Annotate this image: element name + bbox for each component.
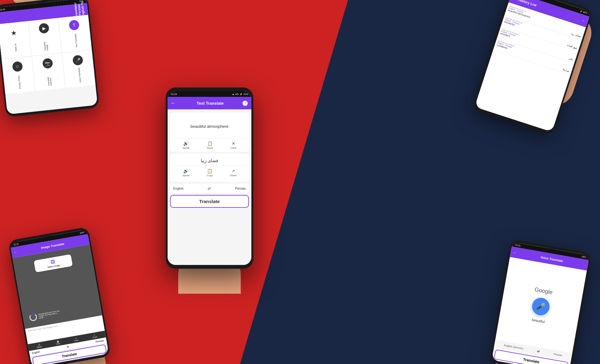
img-share-icon: ↗ — [93, 334, 95, 336]
center-phone: 10:29 ▲ HD ⚡ 70% ← Text Translate 🕐 beau… — [166, 87, 253, 269]
target-lang[interactable]: Persian — [235, 187, 246, 190]
speak-output-icon: 🔊 — [183, 168, 189, 173]
center-phone-wrapper: 10:29 ▲ HD ⚡ 70% ← Text Translate 🕐 beau… — [166, 87, 253, 269]
center-time: 10:29 — [171, 93, 177, 96]
img-clear-icon: ✕ — [75, 337, 77, 339]
center-app-title: Text Translate — [178, 101, 242, 106]
voice-content: Google 🎤 beautiful — [495, 257, 587, 353]
translate-input-area: beautiful atmosphere 🔊 Speak 📋 Paste ✕ — [170, 112, 249, 152]
img-speak-icon: 🔊 — [38, 343, 40, 346]
img-select-label: Select Image — [47, 264, 60, 268]
img-share-label: Share — [92, 336, 98, 339]
clear-label: Clear — [230, 147, 236, 149]
loading-spinner — [29, 313, 38, 322]
share-label: Share — [230, 174, 236, 177]
img-select-area[interactable]: 🖼 Select Image — [34, 254, 73, 272]
history-back-icon[interactable]: ← — [513, 0, 517, 1]
paste-btn[interactable]: 📋 Paste — [207, 141, 213, 149]
center-phone-screen: 10:29 ▲ HD ⚡ 70% ← Text Translate 🕐 beau… — [168, 91, 251, 265]
voice-battery: 69% — [582, 255, 586, 258]
share-icon: ↗ — [231, 168, 235, 173]
mic-icon: 🎤 — [536, 301, 546, 312]
img-lang-arrow[interactable]: ⇄ — [67, 345, 69, 348]
copy-icon: 📋 — [207, 168, 212, 173]
paste-icon: 📋 — [207, 141, 213, 146]
lang-swap-icon[interactable]: ⇄ — [208, 186, 211, 191]
history-icon[interactable]: 🕐 — [242, 100, 248, 106]
img-clear-btn[interactable]: ✕ Clear — [73, 337, 79, 342]
center-phone-notch — [200, 87, 219, 91]
img-share-btn[interactable]: ↗ Share — [92, 333, 98, 339]
input-actions: 🔊 Speak 📋 Paste ✕ Clear — [174, 138, 245, 149]
img-time: 10:31 — [13, 243, 19, 246]
translate-button[interactable]: Translate — [170, 195, 249, 208]
img-copy-label: Copy — [56, 342, 60, 345]
voice-source-lang[interactable]: English (Generic) — [504, 344, 523, 350]
output-actions: 🔊 Speak 📋 Copy ↗ Share — [174, 166, 245, 177]
voice-target-lang[interactable]: Persian — [553, 353, 562, 357]
img-speak-btn[interactable]: 🔊 Speak — [36, 343, 42, 348]
google-label: Google — [534, 286, 553, 296]
speak-output-btn[interactable]: 🔊 Speak — [183, 168, 190, 177]
voice-time: 10:31 — [515, 244, 521, 247]
translate-output-area: فضای زیبا 🔊 Speak 📋 Copy ↗ Share — [170, 154, 249, 182]
back-icon[interactable]: ← — [171, 100, 176, 106]
lang-bar: English ⇄ Persian — [170, 184, 249, 193]
img-camera-area: 🖼 Select Image Recognizing text from the… — [13, 245, 102, 329]
img-icon: 🖼 — [50, 259, 56, 265]
img-battery: 69% — [80, 231, 84, 234]
history-forward-icon[interactable]: → — [581, 18, 585, 23]
img-speak-label: Speak — [37, 346, 42, 348]
mic-button[interactable]: 🎤 — [531, 296, 551, 317]
img-source-lang[interactable]: English — [32, 350, 40, 354]
speak-output-label: Speak — [183, 174, 190, 177]
paste-label: Paste — [207, 147, 213, 149]
img-clear-label: Clear — [74, 339, 79, 342]
center-status-bar: 10:29 ▲ HD ⚡ 70% — [168, 91, 251, 97]
center-content: beautiful atmosphere 🔊 Speak 📋 Paste ✕ — [168, 109, 251, 265]
voice-back-icon[interactable]: ← — [513, 251, 517, 255]
clear-btn[interactable]: ✕ Clear — [230, 141, 236, 149]
voice-result-text: beautiful — [532, 317, 545, 323]
img-recognizing-text: Recognizing text from the image, this ma… — [38, 309, 64, 319]
speak-input-icon: 🔊 — [183, 141, 189, 146]
speak-input-btn[interactable]: 🔊 Speak — [183, 141, 190, 149]
center-app-bar: ← Text Translate 🕐 — [168, 97, 251, 109]
clear-icon: ✕ — [232, 141, 235, 146]
speak-input-label: Speak — [183, 147, 190, 149]
share-btn[interactable]: ↗ Share — [230, 168, 236, 177]
copy-label: Copy — [207, 174, 213, 177]
input-text[interactable]: beautiful atmosphere — [174, 117, 245, 136]
img-copy-icon: 📋 — [56, 340, 59, 342]
output-text: فضای زیبا — [174, 158, 245, 163]
source-lang[interactable]: English — [173, 187, 184, 190]
img-loading: Recognizing text from the image, this ma… — [29, 308, 64, 322]
center-battery: ▲ HD ⚡ 70% — [232, 93, 248, 96]
img-target-lang[interactable]: Persian — [95, 339, 104, 343]
img-back-icon[interactable]: ← — [14, 250, 18, 254]
voice-lang-arrow[interactable]: ⇄ — [537, 349, 540, 353]
img-copy-btn[interactable]: 📋 Copy — [55, 340, 60, 345]
copy-btn[interactable]: 📋 Copy — [207, 168, 213, 177]
